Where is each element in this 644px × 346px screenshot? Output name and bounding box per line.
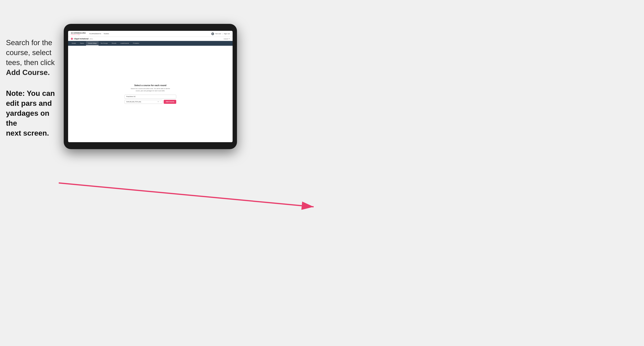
tabs-bar: Details Teams Course Setup Tee Groups Re…	[68, 41, 232, 46]
course-search-input[interactable]	[124, 95, 176, 99]
tee-dropdown-icon: ⌃	[160, 101, 161, 103]
tab-tee-groups[interactable]: Tee Groups	[98, 41, 110, 46]
tab-leaderboards[interactable]: Leaderboards	[118, 41, 131, 46]
annotation-text-1: Search for the course, select tees, then…	[6, 38, 62, 78]
tournament-logo: C	[71, 38, 73, 40]
tee-select-text: Gold (M) (M) (7010 yds)	[126, 101, 141, 102]
tab-printables[interactable]: Printables	[131, 41, 141, 46]
tournament-badge: (Men)	[90, 38, 93, 40]
tee-clear-icon[interactable]: ✕	[158, 101, 159, 103]
user-name: Test User	[215, 33, 221, 34]
nav-teams[interactable]: TEAMS	[104, 33, 109, 35]
navbar: SCOREBOARD Powered by clippd TOURNAMENTS…	[68, 31, 232, 37]
tablet-shell: SCOREBOARD Powered by clippd TOURNAMENTS…	[64, 24, 237, 149]
tournament-bar: C Clippd Invitational (Men) Cancel ✕	[68, 37, 232, 41]
add-course-button[interactable]: Add Course	[164, 100, 176, 104]
tee-select-row: Gold (M) (M) (7010 yds) ✕ ⌃ Add Course	[124, 100, 176, 104]
cancel-icon: ✕	[228, 38, 230, 40]
nav-tournaments[interactable]: TOURNAMENTS	[89, 33, 101, 35]
card-title: Select a course for each round	[124, 84, 176, 86]
tee-select[interactable]: Gold (M) (M) (7010 yds) ✕ ⌃	[124, 100, 162, 104]
main-content: Select a course for each round Search fo…	[68, 46, 232, 142]
user-avatar: B	[211, 32, 214, 35]
tab-details[interactable]: Details	[70, 41, 78, 46]
navbar-left: SCOREBOARD Powered by clippd TOURNAMENTS…	[71, 32, 109, 35]
nav-links: TOURNAMENTS TEAMS	[89, 33, 109, 35]
logo-text: SCOREBOARD	[71, 32, 86, 34]
divider: |	[222, 33, 223, 34]
tee-controls: ✕ ⌃	[158, 101, 161, 103]
tablet-screen: SCOREBOARD Powered by clippd TOURNAMENTS…	[68, 31, 232, 142]
tournament-name: C Clippd Invitational (Men)	[71, 38, 93, 40]
cancel-button[interactable]: Cancel ✕	[224, 38, 230, 40]
tab-course-setup[interactable]: Course Setup	[86, 41, 98, 46]
tab-results[interactable]: Results	[110, 41, 118, 46]
navbar-right: B Test User | Sign out	[211, 32, 230, 35]
logo-sub: Powered by clippd	[71, 34, 86, 35]
annotation-block: Search for the course, select tees, then…	[6, 38, 62, 138]
tab-teams[interactable]: Teams	[78, 41, 86, 46]
svg-line-1	[59, 183, 314, 207]
sign-out-link[interactable]: Sign out	[224, 33, 230, 35]
annotation-note: Note: You can edit pars and yardages on …	[6, 88, 62, 138]
course-card: Select a course for each round Search fo…	[124, 84, 176, 104]
logo-area: SCOREBOARD Powered by clippd	[71, 32, 86, 35]
card-subtitle: Search for a course and select a tee. Yo…	[124, 88, 176, 92]
tournament-title: Clippd Invitational	[74, 38, 88, 40]
